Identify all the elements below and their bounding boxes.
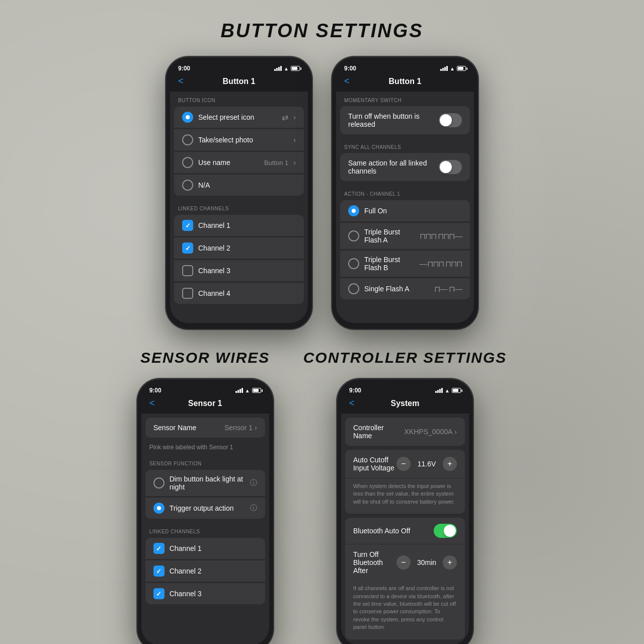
sensor-name-row: Sensor Name Sensor 1 › [145,418,265,438]
bt-info: If all channels are off and controller i… [345,581,465,635]
screen-content-2: MOMENTARY SWITCH Turn off when button is… [336,92,474,323]
func-label-0: Dim button back light at night [170,475,245,491]
icon-options-group: Select preset icon ⇄ › Take/select photo… [174,107,304,196]
icon-opt-0[interactable]: Select preset icon ⇄ › [174,107,304,128]
toggle-sync-switch[interactable] [439,160,462,174]
action-radio-0 [348,205,359,216]
cutoff-lbl: Auto Cutoff Input Voltage [353,456,396,472]
action-opt-1[interactable]: Triple Burst Flash A ⊓⊓⊓ ⊓⊓⊓— [340,223,470,249]
battery-1 [291,66,300,71]
ch-opt-1[interactable]: Channel 2 [174,237,304,259]
cutoff-group: Auto Cutoff Input Voltage − 11.6V + When… [345,450,465,514]
sensor-title: SENSOR WIRES [140,349,270,366]
info-icon-0[interactable]: ⓘ [250,478,257,488]
bar1 [274,69,276,71]
action-opt-0[interactable]: Full On [340,200,470,221]
sync-group: Same action for all linked channels [340,153,470,181]
bt-group: Bluetooth Auto Off Turn Off Bluetooth Af… [345,518,465,639]
action-radio-1 [348,230,359,242]
back-btn-2[interactable]: < [344,76,350,87]
bar4 [280,66,282,71]
cutoff-plus[interactable]: + [443,457,457,471]
back-sensor[interactable]: < [149,398,155,409]
status-icons-ctrl: ▲ [435,388,461,393]
battery-ctrl [452,388,461,393]
ch-opt-0[interactable]: Channel 1 [174,215,304,236]
ch-label-0: Channel 1 [198,221,296,229]
screen-content-1: BUTTON ICON Select preset icon ⇄ › [170,92,308,323]
icon-opt-3[interactable]: N/A [174,175,304,196]
time-ctrl: 9:00 [349,387,361,394]
bottom-section: SENSOR WIRES 9:00 ▲ < [10,349,634,644]
s-ch-lbl-2: Channel 3 [170,590,257,598]
waveform-2: —⊓⊓⊓ ⊓⊓⊓ [420,259,462,269]
screen-title-1: Button 1 [223,77,256,86]
header-ctrl: < System [341,394,469,414]
back-ctrl[interactable]: < [349,398,355,409]
sensor-func-label: SENSOR FUNCTION [141,455,269,469]
sensor-name-chevron: › [255,424,257,432]
s-ch-2[interactable]: Channel 3 [145,583,265,604]
action-label-0: Full On [364,207,462,215]
action-radio-3 [348,283,359,294]
sensor-name-lbl: Sensor Name [153,424,197,432]
bt-minus[interactable]: − [396,555,411,570]
phone-controller: 9:00 ▲ < System [337,379,473,644]
status-bar-sensor: 9:00 ▲ [141,385,269,394]
sync-label: SYNC ALL CHANNELS [336,138,474,153]
ctrl-name-val-wrap: XKHPS_0000A › [405,428,457,436]
ch-opt-2[interactable]: Channel 3 [174,260,304,281]
cutoff-val: 11.6V [417,460,437,468]
func-opt-1[interactable]: Trigger output action ⓘ [145,498,265,519]
header-1: < Button 1 [170,72,308,92]
func-radio-1 [153,503,165,514]
wifi-icon: ▲ [284,66,289,71]
action-radio-2 [348,258,359,269]
toggle-off-switch[interactable] [439,113,462,127]
bt-after-val: 30min [417,558,437,567]
chevron-2: › [293,158,296,167]
wifi-icon-ctrl: ▲ [445,388,450,393]
action-opt-3[interactable]: Single Flash A ⊓— ⊓— [340,278,470,299]
action-opt-2[interactable]: Triple Burst Flash B —⊓⊓⊓ ⊓⊓⊓ [340,251,470,277]
ch-opt-3[interactable]: Channel 4 [174,283,304,304]
sensor-name-hint: Pink wire labeled with Sensor 1 [141,442,269,455]
linked-ch-label: LINKED CHANNELS [170,200,308,214]
check-0 [182,220,193,231]
action-group: Full On Triple Burst Flash A ⊓⊓⊓ ⊓⊓⊓— [340,200,470,299]
screen-content-sensor: Sensor Name Sensor 1 › Pink wire labeled… [141,414,269,644]
preset-icon: ⇄ [282,113,288,122]
controller-col: CONTROLLER SETTINGS 9:00 ▲ [303,349,507,644]
bar2 [276,68,278,71]
screen-sensor: < Sensor 1 Sensor Name Sensor 1 › [141,394,269,644]
info-icon-1[interactable]: ⓘ [250,504,257,513]
cutoff-minus[interactable]: − [396,457,411,471]
icon-opt-2[interactable]: Use name Button 1 › [174,152,304,173]
signal-1 [274,66,282,71]
s-check-0 [153,543,165,554]
chevron-1: › [293,136,296,144]
func-opt-0[interactable]: Dim button back light at night ⓘ [145,470,265,496]
ctrl-name-chevron: › [454,428,457,436]
icon-sub-2: Button 1 [264,159,288,167]
s-ch-1[interactable]: Channel 2 [145,560,265,582]
bt-plus[interactable]: + [443,555,457,570]
time-1: 9:00 [178,65,190,72]
toggle-off-label: Turn off when button is released [348,112,439,128]
phone-button-1: 9:00 ▲ < Button 1 [166,57,312,329]
main-title: BUTTON SETTINGS [220,20,423,42]
icon-label-2: Use name [198,158,259,167]
momentary-group: Turn off when button is released [340,106,470,134]
back-btn-1[interactable]: < [178,76,184,87]
icon-opt-1[interactable]: Take/select photo › [174,129,304,150]
s-ch-lbl-1: Channel 2 [170,567,257,575]
bar3 [278,67,280,71]
bt-auto-lbl: Bluetooth Auto Off [353,527,410,535]
header-sensor: < Sensor 1 [141,394,269,414]
bt-after-lbl: Turn Off Bluetooth After [353,550,396,575]
bt-auto-switch[interactable] [434,524,457,538]
s-ch-0[interactable]: Channel 1 [145,538,265,559]
signal-2 [440,66,448,71]
ctrl-name-group: Controller Name XKHPS_0000A › [345,418,465,446]
ch-label-2: Channel 3 [198,267,296,275]
